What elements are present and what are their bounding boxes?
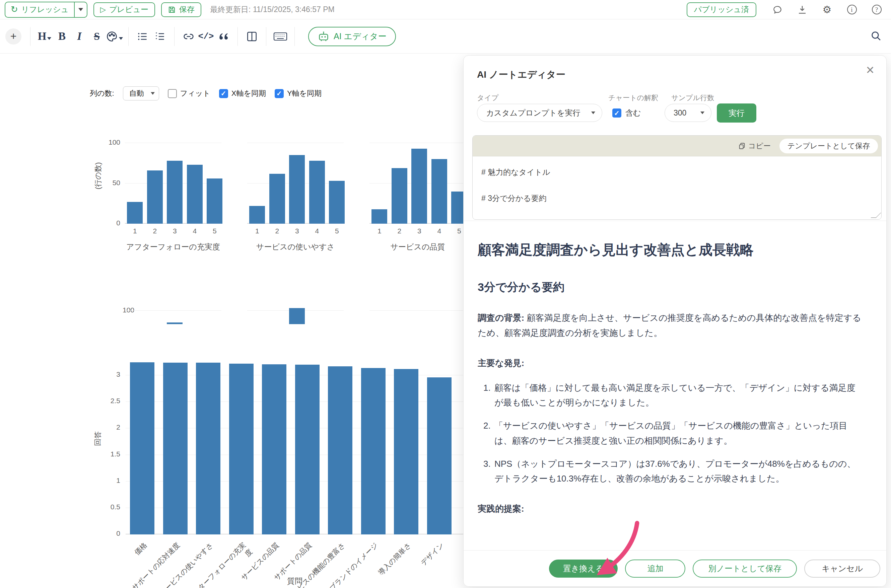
link-button[interactable] xyxy=(180,27,197,46)
blockquote-button[interactable] xyxy=(215,27,232,46)
save-button[interactable]: 保存 xyxy=(161,2,201,17)
copy-button[interactable]: コピー xyxy=(738,141,771,151)
bar xyxy=(329,181,345,224)
bold-button[interactable]: B xyxy=(53,27,71,46)
x-tick-label: 3 xyxy=(409,227,430,235)
y-tick-label: 2.5 xyxy=(97,397,120,405)
y-axis-title: 回答 xyxy=(93,415,103,462)
bar xyxy=(289,155,305,224)
facet-chart: 12345サービスの品質 xyxy=(370,141,466,224)
refresh-dropdown-button[interactable] xyxy=(74,2,87,17)
caret-down-icon xyxy=(119,37,123,40)
bar xyxy=(130,362,155,534)
text-color-button[interactable] xyxy=(105,27,123,46)
refresh-icon: ↻ xyxy=(11,4,18,15)
code-button[interactable]: </> xyxy=(197,27,215,46)
ai-editor-button[interactable]: AI エディター xyxy=(308,27,396,46)
italic-button[interactable]: I xyxy=(71,27,88,46)
fit-label: フィット xyxy=(180,88,210,99)
bar xyxy=(163,363,188,534)
preview-button[interactable]: ▷ プレビュー xyxy=(93,2,155,17)
prompt-textarea[interactable]: # 魅力的なタイトル # 3分で分かる要約 xyxy=(473,156,881,220)
sample-rows-select[interactable]: 300 xyxy=(664,104,711,122)
prompt-type-select[interactable]: カスタムプロンプトを実行 xyxy=(477,104,602,122)
add-block-button[interactable]: + xyxy=(5,28,21,45)
strikethrough-button[interactable]: S xyxy=(88,27,105,46)
refresh-split-button[interactable]: ↻ リフレッシュ xyxy=(5,2,87,18)
download-icon[interactable] xyxy=(796,4,808,15)
y-tick-label: 100 xyxy=(97,138,120,146)
resize-handle-icon[interactable] xyxy=(871,213,881,218)
close-icon[interactable]: × xyxy=(866,63,874,77)
facet-chart: 12345アフターフォローの充実度050100(行の数) xyxy=(125,141,221,224)
last-updated-text: 最終更新日: 11/15/2025, 3:46:57 PM xyxy=(210,4,335,15)
x-tick-label: 4 xyxy=(430,227,449,235)
save-as-note-button[interactable]: 別ノートとして保存 xyxy=(693,560,797,578)
include-checkbox[interactable]: ✓ xyxy=(612,108,621,117)
fit-checkbox[interactable] xyxy=(168,89,177,98)
link-icon xyxy=(183,31,194,42)
sync-y-checkbox[interactable]: ✓ xyxy=(275,89,284,98)
toolbar-separator xyxy=(174,27,174,46)
fit-checkbox-row[interactable]: フィット xyxy=(168,88,210,99)
prompt-line-1: # 魅力的なタイトル xyxy=(481,166,873,178)
cancel-button[interactable]: キャンセル xyxy=(804,560,880,578)
quote-icon xyxy=(218,31,229,42)
bullet-list-button[interactable] xyxy=(134,27,152,46)
info-icon[interactable]: i xyxy=(846,4,858,15)
published-label: パブリッシュ済 xyxy=(694,4,749,15)
save-template-button[interactable]: テンプレートとして保存 xyxy=(780,139,878,153)
strike-glyph: S xyxy=(94,30,99,42)
columns-button[interactable] xyxy=(243,27,261,46)
sync-x-checkbox[interactable]: ✓ xyxy=(219,89,228,98)
facet-title: サービスの使いやすさ xyxy=(247,242,344,252)
ordered-list-button[interactable] xyxy=(152,27,169,46)
x-tick-label: 1 xyxy=(125,227,145,235)
bold-glyph: B xyxy=(58,30,66,42)
panel-footer: 置き換える 追加 別ノートとして保存 キャンセル xyxy=(464,550,886,586)
keyboard-shortcuts-button[interactable] xyxy=(272,27,289,46)
run-button[interactable]: 実行 xyxy=(717,104,756,123)
sync-y-label: Y軸を同期 xyxy=(287,88,322,99)
info-glyph: i xyxy=(847,5,857,14)
bar xyxy=(196,363,221,534)
save-label: 保存 xyxy=(179,4,195,15)
y-tick-label: 0 xyxy=(97,219,120,227)
bar xyxy=(167,161,183,224)
sync-y-checkbox-row[interactable]: ✓ Y軸を同期 xyxy=(275,88,322,99)
bar xyxy=(187,165,203,224)
x-tick-label: 3 xyxy=(165,227,185,235)
x-tick-label: 1 xyxy=(370,227,389,235)
settings-gear-icon[interactable]: ⚙ xyxy=(821,4,833,15)
keyboard-icon xyxy=(273,31,287,42)
facet-chart: 12345サービスの使いやすさ xyxy=(247,141,344,224)
caret-down-icon xyxy=(78,8,83,11)
comment-icon[interactable] xyxy=(772,4,783,15)
bar xyxy=(207,178,222,224)
italic-glyph: I xyxy=(77,30,82,42)
facet-row-partial: 100 xyxy=(94,297,466,324)
heading-menu-button[interactable]: H xyxy=(36,27,53,46)
bar xyxy=(371,209,387,224)
sync-x-checkbox-row[interactable]: ✓ X軸を同期 xyxy=(219,88,266,99)
caret-down-icon xyxy=(700,111,705,114)
prompt-type-value: カスタムプロンプトを実行 xyxy=(486,108,580,118)
include-checkbox-row[interactable]: ✓ 含む xyxy=(612,108,641,118)
grid-line xyxy=(370,310,466,311)
background-paragraph: 調査の背景: 顧客満足度を向上させ、サービスの推奨度を高めるための具体的な改善点… xyxy=(478,310,861,340)
preview-label: プレビュー xyxy=(109,4,149,15)
toolbar-separator xyxy=(266,27,266,46)
search-button[interactable] xyxy=(870,30,882,43)
list-item: 「サービスの使いやすさ」「サービスの品質」「サービスの機能の豊富さ」といった項目… xyxy=(493,418,861,448)
x-tick-label: 2 xyxy=(145,227,165,235)
published-badge[interactable]: パブリッシュ済 xyxy=(687,2,756,17)
columns-icon xyxy=(246,31,258,42)
x-tick-label: 4 xyxy=(185,227,205,235)
format-toolbar: + H B I S xyxy=(0,20,891,54)
include-label: 含む xyxy=(625,108,641,118)
save-template-label: テンプレートとして保存 xyxy=(787,141,870,151)
help-icon[interactable]: ? xyxy=(871,4,882,15)
caret-down-icon xyxy=(591,111,595,114)
columns-select[interactable]: 自動 xyxy=(123,86,159,100)
refresh-button[interactable]: ↻ リフレッシュ xyxy=(5,2,74,17)
